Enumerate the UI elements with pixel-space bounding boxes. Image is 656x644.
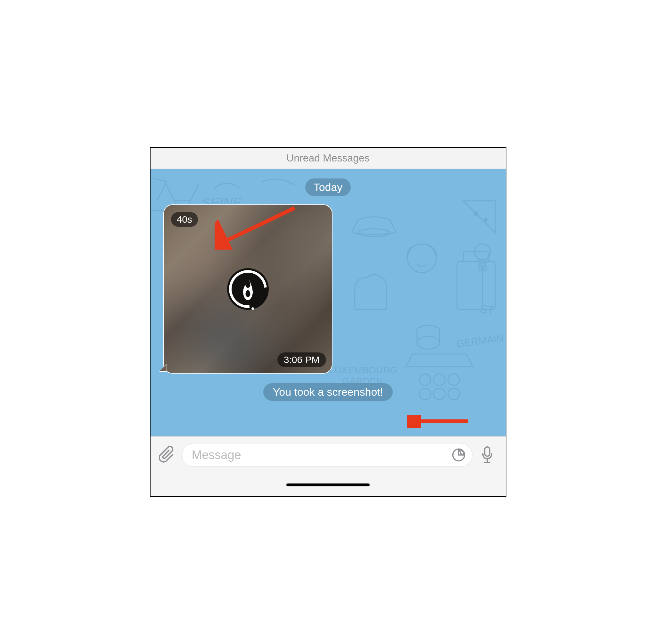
svg-point-12 [434, 374, 445, 386]
svg-point-13 [448, 374, 459, 386]
home-indicator-area [150, 473, 506, 496]
home-indicator[interactable] [286, 483, 370, 486]
date-label: Today [313, 181, 343, 193]
date-chip: Today [305, 179, 351, 196]
unread-banner: Unread Messages [150, 148, 506, 169]
svg-point-16 [448, 388, 459, 400]
svg-point-15 [434, 388, 445, 400]
timestamp-text: 3:06 PM [284, 354, 320, 365]
sticker-icon [452, 448, 466, 462]
system-message-chip: You took a screenshot! [263, 383, 393, 401]
system-message-text: You took a screenshot! [273, 386, 383, 398]
svg-rect-25 [485, 447, 489, 456]
chat-area[interactable]: SEINE LUXEMBOURG GARDEN ST GERMAIN [150, 169, 506, 436]
sticker-button[interactable] [451, 447, 466, 463]
message-timestamp: 3:06 PM [277, 352, 326, 367]
microphone-button[interactable] [478, 446, 496, 464]
attach-button[interactable] [158, 446, 176, 464]
timer-text: 40s [177, 214, 192, 225]
svg-point-11 [419, 374, 430, 386]
message-input[interactable] [192, 448, 451, 462]
attach-icon [159, 446, 175, 464]
flame-progress-indicator [227, 268, 269, 310]
message-row: 40s 3:06 PM [163, 204, 493, 374]
unread-label: Unread Messages [286, 152, 370, 164]
mic-icon [481, 446, 494, 464]
flame-icon [238, 278, 258, 300]
annotation-arrow-bottom [407, 415, 471, 428]
app-frame: Unread Messages SEINE LUXEMBOURG GA [150, 147, 507, 497]
message-input-bar [150, 436, 506, 473]
svg-point-14 [419, 388, 430, 400]
self-destruct-media-bubble[interactable]: 40s 3:06 PM [163, 204, 332, 374]
bubble-tail [159, 364, 167, 372]
message-input-container [182, 443, 472, 467]
timer-badge: 40s [171, 212, 198, 227]
